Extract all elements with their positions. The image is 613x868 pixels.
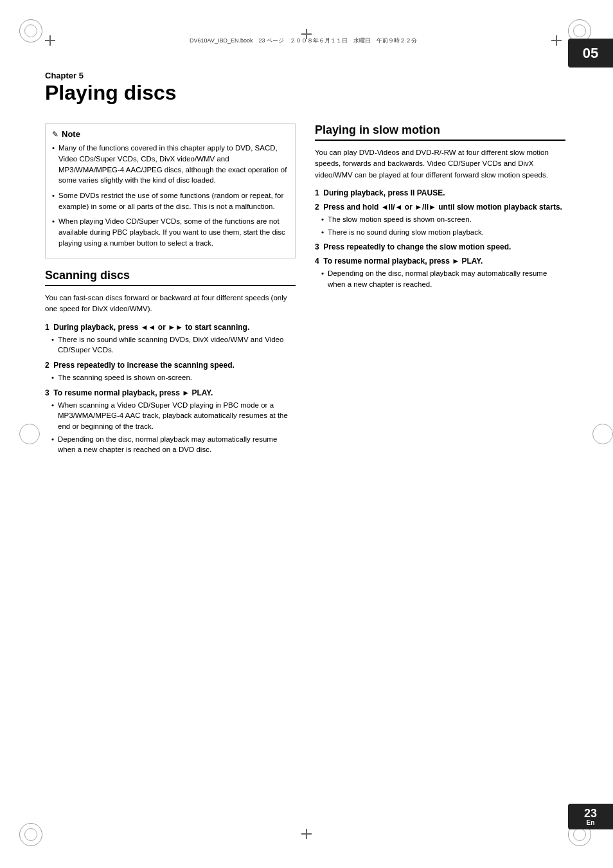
scanning-step-2: 2 Press repeatedly to increase the scann… (45, 361, 296, 383)
page-lang: En (587, 819, 595, 826)
slow-step-2: 2 Press and hold ◄II/◄ or ►/II► until sl… (315, 203, 565, 237)
nav-arrow-right (592, 424, 613, 444)
slow-step-2-bullet-1: There is no sound during slow motion pla… (321, 227, 565, 238)
chapter-title: Playing discs (45, 82, 568, 104)
bottom-crosshair (301, 829, 312, 839)
left-column: ✎ Note Many of the functions covered in … (45, 123, 296, 460)
corner-circle-tl (19, 19, 42, 42)
slow-motion-intro: You can play DVD-Videos and DVD-R/-RW at… (315, 147, 565, 181)
note-list: Many of the functions covered in this ch… (52, 143, 289, 248)
slow-step-4-heading: 4 To resume normal playback, press ► PLA… (315, 257, 565, 266)
scanning-step-3-bullet-1: Depending on the disc, normal playback m… (51, 434, 296, 455)
scanning-step-2-heading: 2 Press repeatedly to increase the scann… (45, 361, 296, 370)
metadata-text: DV610AV_IBD_EN.book 23 ページ ２００８年６月１１日 水曜… (59, 37, 547, 45)
slow-step-1: 1 During playback, press II PAUSE. (315, 188, 565, 197)
scanning-step-3-bullet-0: When scanning a Video CD/Super VCD playi… (51, 400, 296, 432)
note-box: ✎ Note Many of the functions covered in … (45, 123, 296, 258)
scanning-step-3-heading: 3 To resume normal playback, press ► PLA… (45, 388, 296, 397)
note-item-1: Some DVDs restrict the use of some funct… (52, 190, 289, 212)
slow-step-4-bullets: Depending on the disc, normal playback m… (321, 268, 565, 289)
note-header: ✎ Note (52, 129, 289, 139)
scanning-step-2-bullets: The scanning speed is shown on-screen. (51, 372, 296, 383)
right-column: Playing in slow motion You can play DVD-… (315, 123, 565, 460)
slow-step-2-bullets: The slow motion speed is shown on-screen… (321, 214, 565, 237)
corner-circle-bl (19, 823, 42, 846)
page-tab: 23 En (568, 804, 613, 829)
content-area: ✎ Note Many of the functions covered in … (45, 123, 568, 460)
slow-step-4: 4 To resume normal playback, press ► PLA… (315, 257, 565, 289)
scanning-step-3: 3 To resume normal playback, press ► PLA… (45, 388, 296, 455)
scanning-step-1-heading: 1 During playback, press ◄◄ or ►► to sta… (45, 323, 296, 332)
scanning-section-intro: You can fast-scan discs forward or backw… (45, 293, 296, 315)
right-nav-circle (592, 424, 613, 444)
slow-step-3: 3 Press repeatedly to change the slow mo… (315, 242, 565, 251)
page-number: 23 (584, 808, 597, 819)
slow-step-2-bullet-0: The slow motion speed is shown on-screen… (321, 214, 565, 225)
corner-decoration-tl (19, 19, 45, 45)
scanning-step-2-bullet-0: The scanning speed is shown on-screen. (51, 372, 296, 383)
slow-step-4-bullet-0: Depending on the disc, normal playback m… (321, 268, 565, 289)
scanning-step-1: 1 During playback, press ◄◄ or ►► to sta… (45, 323, 296, 356)
left-nav-circle (19, 424, 40, 444)
slow-motion-heading: Playing in slow motion (315, 123, 565, 141)
note-label: Note (62, 129, 80, 139)
slow-step-3-heading: 3 Press repeatedly to change the slow mo… (315, 242, 565, 251)
scanning-section-heading: Scanning discs (45, 269, 296, 286)
main-content: Chapter 5 Playing discs ✎ Note Many of t… (45, 71, 568, 460)
note-item-0: Many of the functions covered in this ch… (52, 143, 289, 186)
scanning-step-1-bullets: There is no sound while scanning DVDs, D… (51, 334, 296, 356)
corner-decoration-bl (19, 823, 45, 849)
chapter-tab-number: 05 (583, 45, 598, 62)
scanning-step-3-bullets: When scanning a Video CD/Super VCD playi… (51, 400, 296, 455)
chapter-label: Chapter 5 (45, 71, 568, 80)
nav-arrow-left (19, 424, 40, 444)
page-container: 05 23 En DV610AV_IBD_EN.book 23 ページ ２００８… (0, 0, 613, 868)
scanning-step-1-bullet-0: There is no sound while scanning DVDs, D… (51, 334, 296, 356)
slow-step-2-heading: 2 Press and hold ◄II/◄ or ►/II► until sl… (315, 203, 565, 212)
slow-step-1-heading: 1 During playback, press II PAUSE. (315, 188, 565, 197)
metadata-line: DV610AV_IBD_EN.book 23 ページ ２００８年６月１１日 水曜… (45, 35, 562, 46)
note-icon: ✎ (52, 130, 58, 139)
note-item-2: When playing Video CD/Super VCDs, some o… (52, 216, 289, 248)
chapter-tab: 05 (568, 39, 613, 68)
